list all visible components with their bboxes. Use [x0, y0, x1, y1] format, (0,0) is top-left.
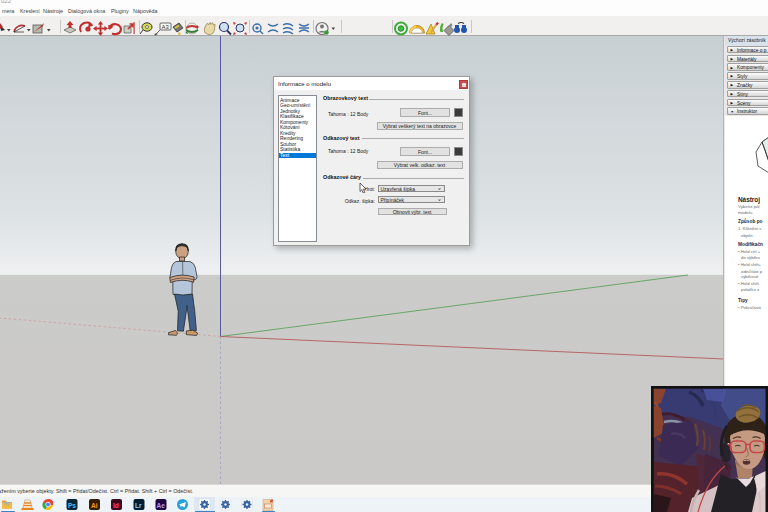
svg-text:Ps: Ps	[68, 502, 76, 509]
svg-text:Lr: Lr	[135, 502, 142, 509]
svg-text:A3: A3	[162, 24, 170, 30]
svg-text:Ai: Ai	[91, 502, 98, 509]
svg-text:Ae: Ae	[157, 502, 166, 509]
svg-text:Id: Id	[113, 502, 119, 509]
